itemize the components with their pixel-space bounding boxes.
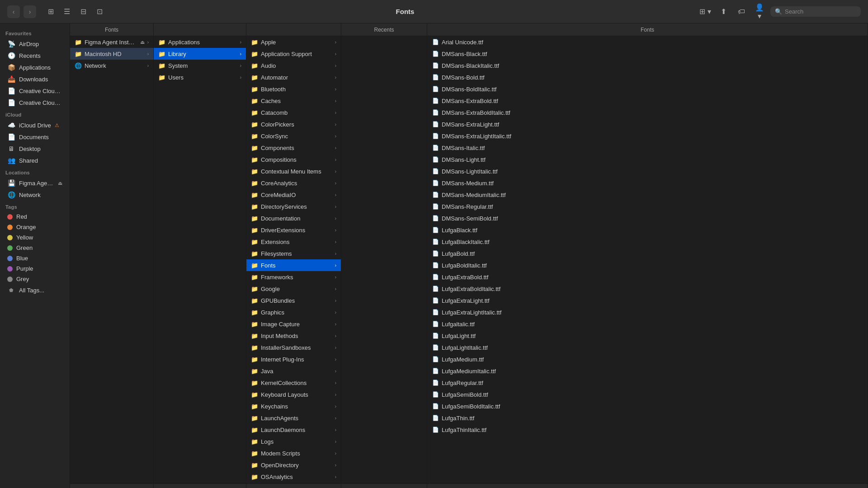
list-item[interactable]: 📄 DMSans-ExtraLight.ttf <box>427 118 868 130</box>
sidebar-item-tag-grey[interactable]: Grey <box>2 274 68 284</box>
group-by-button[interactable]: ⊞ ▾ <box>698 5 712 19</box>
list-item[interactable]: 📁 Figma Agent Installer ⏏ › <box>70 36 153 48</box>
list-item[interactable]: 📁 KernelCollections › <box>246 377 341 389</box>
list-item[interactable]: 📁 Audio › <box>246 60 341 71</box>
list-item[interactable]: 📄 DMSans-SemiBold.ttf <box>427 212 868 224</box>
icon-view-button[interactable]: ⊞ <box>43 5 58 19</box>
list-item[interactable]: 📁 Frameworks › <box>246 271 341 283</box>
action-button[interactable]: 👤 ▾ <box>752 5 767 19</box>
column-view-button[interactable]: ⊟ <box>76 5 90 19</box>
list-item[interactable]: 📄 LufgaExtraLightItalic.ttf <box>427 306 868 318</box>
list-item[interactable]: 📄 DMSans-Regular.ttf <box>427 201 868 212</box>
sidebar-item-icloud-drive[interactable]: ☁️ iCloud Drive ⚠ <box>2 119 68 131</box>
list-item[interactable]: 📁 CoreMediaIO › <box>246 189 341 201</box>
list-item[interactable]: 📄 LufgaBlackItalic.ttf <box>427 236 868 248</box>
list-view-button[interactable]: ☰ <box>60 5 74 19</box>
sidebar-item-all-tags[interactable]: ⬟ All Tags... <box>2 284 68 296</box>
sidebar-item-shared[interactable]: 👥 Shared <box>2 155 68 166</box>
list-item[interactable]: 📁 Keyboard Layouts › <box>246 389 341 400</box>
list-item[interactable]: 📁 Contextual Menu Items › <box>246 165 341 177</box>
list-item[interactable]: 📁 Macintosh HD › <box>70 48 153 60</box>
search-input[interactable] <box>785 8 853 15</box>
sidebar-item-airdrop[interactable]: 📡 AirDrop <box>2 38 68 50</box>
sidebar-item-desktop[interactable]: 🖥 Desktop <box>2 143 68 155</box>
list-item[interactable]: 📁 Caches › <box>246 95 341 107</box>
list-item[interactable]: 📁 Users › <box>154 71 246 83</box>
list-item[interactable]: 📁 CoreAnalytics › <box>246 177 341 189</box>
list-item[interactable]: 📄 LufgaThin.ttf <box>427 412 868 424</box>
list-item[interactable]: 📄 LufgaBlack.ttf <box>427 224 868 236</box>
list-item[interactable]: 📁 OSAnalytics › <box>246 471 341 483</box>
list-item[interactable]: 📁 Logs › <box>246 436 341 447</box>
list-item[interactable]: 📁 Bluetooth › <box>246 83 341 95</box>
sidebar-item-recents[interactable]: 🕐 Recents <box>2 50 68 61</box>
list-item[interactable]: 📁 Library › <box>154 48 246 60</box>
list-item[interactable]: 📄 Lufgaltalic.ttf <box>427 318 868 330</box>
list-item[interactable]: 📄 DMSans-LightItalic.ttf <box>427 165 868 177</box>
list-item[interactable]: 📁 Applications › <box>154 36 246 48</box>
gallery-view-button[interactable]: ⊡ <box>92 5 107 19</box>
list-item[interactable]: 🌐 Network › <box>70 60 153 71</box>
list-item[interactable]: 📄 LufgaRegular.ttf <box>427 377 868 389</box>
list-item[interactable]: 📁 ColorPickers › <box>246 118 341 130</box>
list-item[interactable]: 📄 DMSans-Medium.ttf <box>427 177 868 189</box>
list-item[interactable]: 📄 DMSans-Bold.ttf <box>427 71 868 83</box>
list-item[interactable]: 📄 Arial Unicode.ttf <box>427 36 868 48</box>
list-item[interactable]: 📁 Compositions › <box>246 154 341 165</box>
list-item[interactable]: 📁 InstallerSandboxes › <box>246 342 341 353</box>
sidebar-item-figma-agent[interactable]: 💾 Figma Agent Inst... ⏏ <box>2 177 68 189</box>
list-item[interactable]: 📁 Automator › <box>246 71 341 83</box>
list-item[interactable]: 📄 LufgaBoldItalic.ttf <box>427 259 868 271</box>
sidebar-item-tag-blue[interactable]: Blue <box>2 253 68 263</box>
sidebar-item-downloads[interactable]: 📥 Downloads <box>2 73 68 85</box>
list-item[interactable]: 📁 Apple › <box>246 36 341 48</box>
list-item[interactable]: 📄 LufgaLight.ttf <box>427 330 868 342</box>
list-item[interactable]: 📄 LufgaMedium.ttf <box>427 353 868 365</box>
list-item[interactable]: 📄 LufgaBold.ttf <box>427 248 868 259</box>
list-item[interactable]: 📁 GPUBundles › <box>246 295 341 306</box>
sidebar-item-cc-files[interactable]: 📄 Creative Cloud Files <box>2 97 68 108</box>
back-button[interactable]: ‹ <box>7 5 20 18</box>
list-item[interactable]: 📁 Input Methods › <box>246 330 341 342</box>
list-item[interactable]: 📁 System › <box>154 60 246 71</box>
list-item[interactable]: 📁 Internet Plug-Ins › <box>246 353 341 365</box>
sidebar-item-tag-green[interactable]: Green <box>2 243 68 253</box>
sidebar-item-tag-red[interactable]: Red <box>2 211 68 222</box>
list-item[interactable]: 📁 Fonts › <box>246 259 341 271</box>
share-button[interactable]: ⬆ <box>716 5 731 19</box>
list-item[interactable]: 📄 DMSans-BlackItalic.ttf <box>427 60 868 71</box>
list-item[interactable]: 📁 Graphics › <box>246 306 341 318</box>
list-item[interactable]: 📄 LufgaThinItalic.ttf <box>427 424 868 436</box>
list-item[interactable]: 📁 Extensions › <box>246 236 341 248</box>
list-item[interactable]: 📁 Java › <box>246 365 341 377</box>
sidebar-item-network[interactable]: 🌐 Network <box>2 189 68 201</box>
list-item[interactable]: 📁 Application Support › <box>246 48 341 60</box>
list-item[interactable]: 📁 LaunchDaemons › <box>246 424 341 436</box>
list-item[interactable]: 📄 LufgaMediumItalic.ttf <box>427 365 868 377</box>
sidebar-item-applications[interactable]: 📦 Applications <box>2 61 68 73</box>
list-item[interactable]: 📁 Catacomb › <box>246 107 341 118</box>
list-item[interactable]: 📄 DMSans-Black.ttf <box>427 48 868 60</box>
list-item[interactable]: 📄 DMSans-ExtraLightItalic.ttf <box>427 130 868 142</box>
list-item[interactable]: 📄 DMSans-BoldItalic.ttf <box>427 83 868 95</box>
sidebar-item-tag-yellow[interactable]: Yellow <box>2 232 68 243</box>
list-item[interactable]: 📁 Modem Scripts › <box>246 447 341 459</box>
sidebar-item-cc-files-2[interactable]: 📄 Creative Cloud Files... <box>2 85 68 97</box>
list-item[interactable]: 📁 Keychains › <box>246 400 341 412</box>
list-item[interactable]: 📁 Google › <box>246 283 341 295</box>
list-item[interactable]: 📄 DMSans-Italic.ttf <box>427 142 868 154</box>
sidebar-item-documents[interactable]: 📄 Documents <box>2 131 68 143</box>
list-item[interactable]: 📁 Image Capture › <box>246 318 341 330</box>
forward-button[interactable]: › <box>24 5 36 18</box>
tag-button[interactable]: 🏷 <box>734 5 749 19</box>
list-item[interactable]: 📁 OpenDirectory › <box>246 459 341 471</box>
list-item[interactable]: 📄 LufgaSemiBold.ttf <box>427 389 868 400</box>
list-item[interactable]: 📄 DMSans-MediumItalic.ttf <box>427 189 868 201</box>
sidebar-item-tag-orange[interactable]: Orange <box>2 222 68 232</box>
list-item[interactable]: 📁 LaunchAgents › <box>246 412 341 424</box>
list-item[interactable]: 📁 Documentation › <box>246 212 341 224</box>
list-item[interactable]: 📄 DMSans-ExtraBold.ttf <box>427 95 868 107</box>
list-item[interactable]: 📄 LufgaExtraBold.ttf <box>427 271 868 283</box>
list-item[interactable]: 📄 DMSans-Light.ttf <box>427 154 868 165</box>
list-item[interactable]: 📄 LufgaExtraBoldItalic.ttf <box>427 283 868 295</box>
